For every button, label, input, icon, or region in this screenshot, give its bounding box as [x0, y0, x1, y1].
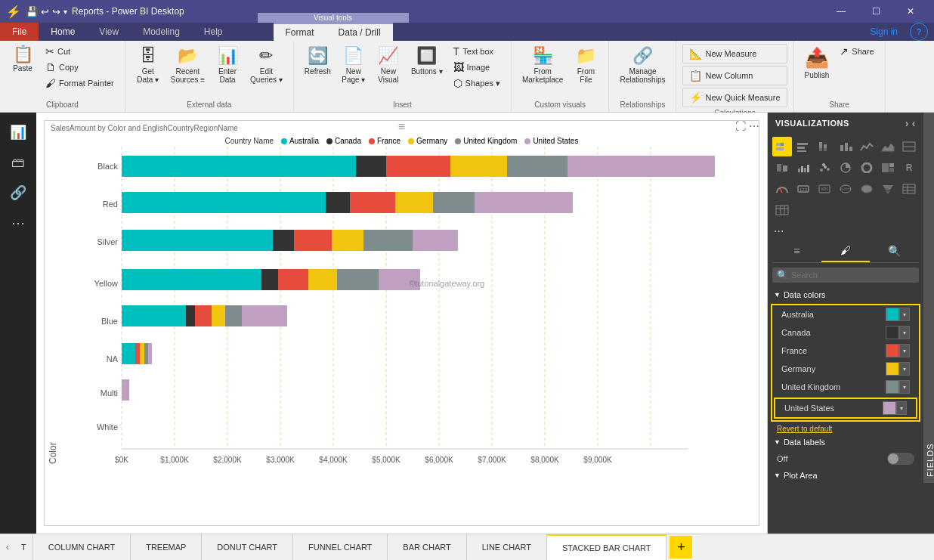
textbox-button[interactable]: TText box — [449, 44, 505, 59]
viz-icon-scatter[interactable] — [815, 158, 834, 178]
add-tab-button[interactable]: + — [670, 536, 692, 558]
get-data-button[interactable]: 🗄 GetData ▾ — [131, 44, 165, 86]
sidebar-report-icon[interactable]: 📊 — [5, 119, 32, 146]
new-visual-button[interactable]: 📈 NewVisual — [372, 44, 405, 86]
data-labels-toggle[interactable] — [887, 453, 914, 465]
help-button[interactable]: ? — [910, 23, 928, 41]
color-picker-uk[interactable]: ▾ — [886, 380, 910, 394]
new-column-button[interactable]: 📋New Column — [682, 66, 787, 85]
maximize-button[interactable]: ☐ — [858, 0, 893, 23]
from-marketplace-button[interactable]: 🏪 FromMarketplace — [518, 44, 568, 86]
more-options-icon[interactable]: ⋯ — [749, 120, 759, 132]
minimize-button[interactable]: — — [824, 0, 858, 23]
format-painter-button[interactable]: 🖌Format Painter — [41, 76, 119, 91]
color-dropdown-australia[interactable]: ▾ — [899, 308, 910, 321]
sidebar-data-icon[interactable]: 🗃 — [5, 149, 32, 176]
viz-icon-waterfall[interactable] — [793, 158, 813, 178]
bottom-tab-stacked-bar-chart[interactable]: STACKED BAR CHART — [547, 534, 667, 561]
viz-icon-treemap[interactable] — [878, 158, 898, 178]
bottom-tab-column-chart[interactable]: COLUMN CHART — [33, 534, 131, 561]
bottom-tab-treemap[interactable]: TREEMAP — [131, 534, 202, 561]
tab-home[interactable]: Home — [39, 23, 87, 41]
image-button[interactable]: 🖼Image — [449, 60, 505, 75]
viz-icon-pie[interactable] — [836, 158, 855, 178]
sign-in-button[interactable]: Sign in — [864, 26, 904, 37]
tab-format[interactable]: Format — [274, 23, 326, 41]
viz-collapse-icon[interactable]: ‹ — [912, 117, 916, 129]
cut-button[interactable]: ✂Cut — [41, 44, 119, 59]
new-page-button[interactable]: 📄 NewPage ▾ — [337, 44, 370, 86]
from-file-button[interactable]: 📁 FromFile — [569, 44, 602, 86]
viz-icon-donut[interactable] — [857, 158, 877, 178]
bottom-tab-line-chart[interactable]: LINE CHART — [467, 534, 547, 561]
bottom-tab-t[interactable]: T — [15, 534, 33, 561]
bottom-tab-funnel-chart[interactable]: FUNNEL CHART — [293, 534, 388, 561]
viz-icon-bar[interactable] — [793, 137, 813, 156]
viz-icon-funnel[interactable] — [878, 179, 898, 199]
viz-icon-r[interactable]: R — [899, 158, 919, 178]
viz-icon-col[interactable] — [836, 137, 855, 156]
color-dropdown-us[interactable]: ▾ — [896, 401, 907, 415]
viz-icon-line[interactable] — [857, 137, 877, 156]
data-labels-section-header[interactable]: ▼ Data labels — [768, 435, 923, 450]
paste-button[interactable]: 📋 Paste — [6, 44, 39, 75]
more-visuals-dots[interactable]: ··· — [768, 223, 923, 240]
new-quick-measure-button[interactable]: ⚡New Quick Measure — [682, 88, 787, 107]
close-button[interactable]: ✕ — [893, 0, 928, 23]
viz-tab-fields[interactable]: ≡ — [772, 240, 821, 262]
plot-area-section-header[interactable]: ▼ Plot Area — [768, 468, 923, 483]
publish-button[interactable]: 📤 Publish — [800, 44, 834, 82]
viz-icon-card[interactable]: 123 — [793, 179, 813, 199]
sidebar-extra-icon[interactable]: ⋯ — [5, 209, 32, 237]
sidebar-model-icon[interactable]: 🔗 — [5, 179, 32, 206]
viz-icon-stacked-col[interactable] — [815, 137, 834, 156]
enter-data-button[interactable]: 📊 EnterData — [211, 44, 244, 86]
redo-icon[interactable]: ↪ — [52, 6, 60, 17]
data-colors-section-header[interactable]: ▼ Data colors — [768, 287, 923, 302]
tab-nav-left[interactable]: ‹ — [0, 534, 15, 561]
viz-icon-map[interactable] — [836, 179, 855, 199]
viz-icon-table[interactable] — [899, 179, 919, 199]
color-dropdown-germany[interactable]: ▾ — [899, 362, 910, 376]
color-picker-france[interactable]: ▾ — [886, 344, 910, 357]
viz-icon-stacked-area[interactable] — [899, 137, 919, 156]
color-picker-us[interactable]: ▾ — [883, 401, 907, 415]
viz-tab-analytics[interactable]: 🔍 — [870, 240, 919, 262]
viz-icon-stacked-bar[interactable] — [772, 137, 792, 156]
tab-help[interactable]: Help — [192, 23, 235, 41]
refresh-button[interactable]: 🔄 Refresh — [300, 44, 336, 78]
color-dropdown-france[interactable]: ▾ — [899, 344, 910, 357]
viz-icon-filled-map[interactable] — [857, 179, 877, 199]
recent-sources-button[interactable]: 📂 RecentSources ≡ — [166, 44, 209, 86]
edit-queries-button[interactable]: ✏ EditQueries ▾ — [246, 44, 287, 86]
tab-view[interactable]: View — [87, 23, 131, 41]
shapes-button[interactable]: ⬡Shapes ▾ — [449, 76, 505, 91]
revert-to-default-link[interactable]: Revert to default — [768, 423, 923, 435]
dropdown-icon[interactable]: ▾ — [63, 8, 67, 16]
tab-modeling[interactable]: Modeling — [131, 23, 192, 41]
tab-data-drill[interactable]: Data / Drill — [326, 23, 393, 41]
color-picker-germany[interactable]: ▾ — [886, 362, 910, 376]
search-input[interactable] — [791, 271, 914, 280]
expand-icon[interactable]: ⛶ — [735, 120, 746, 132]
buttons-button[interactable]: 🔲 Buttons ▾ — [407, 44, 447, 78]
viz-icon-ribbon[interactable] — [772, 158, 792, 178]
viz-icon-kpi[interactable]: KPI — [815, 179, 834, 199]
undo-icon[interactable]: ↩ — [41, 6, 49, 17]
color-dropdown-canada[interactable]: ▾ — [899, 326, 910, 339]
viz-tab-format[interactable]: 🖌 — [821, 240, 871, 262]
bottom-tab-donut-chart[interactable]: DONUT CHART — [202, 534, 293, 561]
viz-expand-icon[interactable]: › — [905, 117, 909, 129]
save-icon[interactable]: 💾 — [26, 6, 38, 17]
color-dropdown-uk[interactable]: ▾ — [899, 380, 910, 394]
copy-button[interactable]: 🗋Copy — [41, 60, 119, 75]
viz-icon-matrix[interactable] — [772, 200, 792, 220]
viz-icon-gauge[interactable] — [772, 179, 792, 199]
bottom-tab-bar-chart[interactable]: BAR CHART — [388, 534, 466, 561]
color-picker-canada[interactable]: ▾ — [886, 326, 910, 339]
manage-relationships-button[interactable]: 🔗 ManageRelationships — [615, 44, 670, 86]
tab-file[interactable]: File — [0, 23, 39, 41]
share-button[interactable]: ↗Share — [835, 44, 878, 59]
fields-panel-label[interactable]: FIELDS — [923, 113, 934, 483]
viz-icon-area[interactable] — [878, 137, 898, 156]
